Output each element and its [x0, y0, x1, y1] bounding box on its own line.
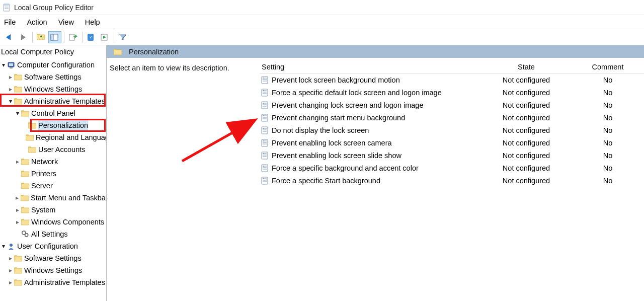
policy-icon: [261, 152, 269, 160]
tree-item-windows-settings[interactable]: ▸ Windows Settings: [0, 83, 106, 95]
setting-comment: No: [572, 126, 644, 134]
setting-comment: No: [572, 114, 644, 122]
menu-help[interactable]: Help: [85, 18, 100, 26]
toolbar-separator: [114, 32, 114, 43]
tree-user-configuration[interactable]: ▾ User Configuration: [0, 240, 106, 252]
tree-item-software-settings[interactable]: ▸ Software Settings: [0, 71, 106, 83]
tree-root[interactable]: Local Computer Policy: [0, 45, 106, 59]
chevron-right-icon[interactable]: ▸: [7, 71, 14, 83]
chevron-right-icon[interactable]: ▸: [14, 216, 21, 228]
export-button[interactable]: [66, 31, 79, 43]
tree-item-personalization[interactable]: Personalization: [0, 119, 106, 131]
list-item[interactable]: Do not display the lock screenNot config…: [260, 124, 644, 136]
list-header[interactable]: Setting State Comment: [260, 61, 644, 73]
tree-item-win-components[interactable]: ▸ Windows Components: [0, 216, 106, 228]
setting-name: Force a specific Start background: [272, 177, 481, 185]
tree-label: Software Settings: [24, 71, 82, 83]
tree-item-control-panel[interactable]: ▾ Control Panel: [0, 107, 106, 119]
folder-icon: [21, 110, 29, 117]
chevron-down-icon[interactable]: ▾: [7, 96, 14, 107]
menu-view[interactable]: View: [58, 18, 74, 26]
policy-icon: [261, 76, 269, 84]
folder-icon: [21, 158, 29, 165]
chevron-right-icon[interactable]: ▸: [7, 265, 14, 276]
tree-label: Server: [31, 180, 53, 192]
tree-item-regional[interactable]: Regional and Language: [0, 131, 106, 143]
content-header: Personalization: [107, 45, 644, 58]
tree-item-user-accounts[interactable]: User Accounts: [0, 143, 106, 156]
forward-button[interactable]: [17, 31, 30, 43]
title-bar: Local Group Policy Editor: [0, 0, 644, 15]
filter-button[interactable]: [116, 31, 129, 43]
tree-label: Windows Settings: [24, 265, 82, 276]
list-item[interactable]: Force a specific background and accent c…: [260, 162, 644, 174]
folder-icon: [28, 122, 36, 129]
folder-icon: [14, 267, 22, 274]
settings-list[interactable]: Setting State Comment Prevent lock scree…: [260, 61, 644, 187]
chevron-down-icon[interactable]: ▾: [14, 108, 21, 119]
list-item[interactable]: Prevent enabling lock screen cameraNot c…: [260, 136, 644, 149]
setting-state: Not configured: [481, 114, 572, 122]
folder-up-icon: [37, 33, 46, 41]
tree-item-network[interactable]: ▸ Network: [0, 156, 106, 168]
setting-name: Prevent changing lock screen and logon i…: [272, 101, 481, 109]
user-icon: [7, 243, 15, 250]
tree-label: User Accounts: [38, 144, 86, 156]
list-item[interactable]: Prevent lock screen background motionNot…: [260, 73, 644, 86]
column-state[interactable]: State: [481, 61, 572, 73]
tree-item-user-admin-templates[interactable]: ▸ Administrative Templates: [0, 276, 106, 288]
setting-comment: No: [572, 177, 644, 185]
funnel-icon: [118, 33, 127, 41]
chevron-right-icon[interactable]: ▸: [14, 192, 21, 204]
tree-label: Control Panel: [31, 108, 75, 119]
svg-rect-18: [51, 34, 53, 40]
menu-file[interactable]: File: [4, 18, 16, 26]
tree-label: Software Settings: [24, 253, 82, 264]
list-item[interactable]: Prevent changing start menu backgroundNo…: [260, 111, 644, 124]
tree-item-printers[interactable]: Printers: [0, 168, 106, 180]
setting-state: Not configured: [481, 101, 572, 109]
tree-pane[interactable]: Local Computer Policy ▾ Computer Configu…: [0, 45, 107, 301]
setting-name: Do not display the lock screen: [272, 126, 481, 134]
chevron-right-icon[interactable]: ▸: [14, 156, 21, 168]
chevron-down-icon[interactable]: ▾: [0, 241, 7, 252]
tree-item-user-windows-settings[interactable]: ▸ Windows Settings: [0, 264, 106, 276]
tree-item-system[interactable]: ▸ System: [0, 204, 106, 216]
menu-action[interactable]: Action: [27, 18, 47, 26]
tree-computer-configuration[interactable]: ▾ Computer Configuration: [0, 59, 106, 71]
back-button[interactable]: [3, 31, 16, 43]
chevron-right-icon[interactable]: ▸: [7, 277, 14, 288]
tree-label: Printers: [31, 168, 56, 180]
toolbar: ?: [0, 29, 644, 45]
export-list-icon: [68, 33, 77, 41]
properties-button[interactable]: [98, 31, 111, 43]
setting-state: Not configured: [481, 89, 572, 97]
tree-label: Network: [31, 156, 58, 168]
show-tree-button[interactable]: [48, 31, 61, 43]
setting-comment: No: [572, 101, 644, 109]
chevron-right-icon[interactable]: ▸: [7, 253, 14, 264]
description-column: Select an item to view its description.: [109, 61, 260, 187]
list-item[interactable]: Force a specific default lock screen and…: [260, 86, 644, 99]
tree-item-admin-templates[interactable]: ▾ Administrative Templates: [0, 95, 106, 107]
tree-label: Administrative Templates: [24, 96, 105, 107]
tree-item-user-software-settings[interactable]: ▸ Software Settings: [0, 252, 106, 264]
setting-name: Prevent enabling lock screen slide show: [272, 152, 481, 160]
chevron-down-icon[interactable]: ▾: [0, 59, 7, 71]
folder-icon: [21, 218, 29, 225]
chevron-right-icon[interactable]: ▸: [7, 84, 14, 95]
column-comment[interactable]: Comment: [572, 61, 644, 73]
tree-item-start-menu[interactable]: ▸ Start Menu and Taskbar: [0, 192, 106, 204]
up-button[interactable]: [35, 31, 48, 43]
help-button[interactable]: ?: [85, 31, 98, 43]
toolbar-separator: [64, 32, 64, 43]
tree-label: System: [31, 204, 55, 216]
list-item[interactable]: Prevent changing lock screen and logon i…: [260, 99, 644, 111]
tree-item-all-settings[interactable]: All Settings: [0, 228, 106, 240]
content-pane: Personalization Select an item to view i…: [107, 45, 644, 301]
list-item[interactable]: Prevent enabling lock screen slide showN…: [260, 149, 644, 162]
list-item[interactable]: Force a specific Start backgroundNot con…: [260, 174, 644, 187]
chevron-right-icon[interactable]: ▸: [14, 204, 21, 216]
tree-item-server[interactable]: Server: [0, 180, 106, 192]
column-setting[interactable]: Setting: [260, 61, 481, 73]
